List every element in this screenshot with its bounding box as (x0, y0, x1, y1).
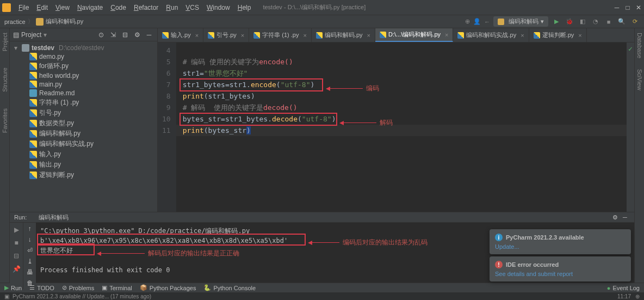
code-line[interactable] (176, 45, 627, 56)
menu-window[interactable]: Window (203, 2, 233, 14)
run-config-selector[interactable]: 编码和解码 ▾ (493, 16, 548, 27)
tree-file[interactable]: 逻辑判断.py (10, 170, 157, 180)
stop-button[interactable]: ■ (604, 17, 614, 27)
sciview-tab[interactable]: SciView (636, 69, 643, 90)
close-tab-icon[interactable]: × (521, 32, 524, 39)
print-icon[interactable]: 🖶 (27, 268, 33, 276)
gear-icon[interactable]: ⚙ (132, 30, 142, 40)
inspection-ok-icon[interactable]: ✓ (628, 45, 633, 53)
gear-icon[interactable]: ⚙ (610, 212, 620, 222)
search-icon[interactable]: 🔍 (617, 17, 627, 27)
menu-code[interactable]: Code (107, 2, 129, 14)
database-tab[interactable]: Database (636, 33, 643, 58)
menu-help[interactable]: Help (234, 2, 255, 14)
close-tab-icon[interactable]: × (445, 32, 448, 38)
menu-vcs[interactable]: VCS (182, 2, 202, 14)
debug-button[interactable]: 🐞 (565, 17, 574, 27)
project-tab[interactable]: Project (2, 33, 8, 51)
stop-button[interactable]: ■ (11, 238, 21, 248)
folder-icon: ▤ (13, 31, 19, 39)
tree-file[interactable]: 引号.py (10, 108, 157, 118)
tree-file[interactable]: 编码和解码.py (10, 128, 157, 139)
notification[interactable]: IDE error occurredSee details and submit… (490, 256, 631, 281)
tree-file[interactable]: 数据类型.py (10, 118, 157, 128)
close-button[interactable]: ✕ (635, 4, 642, 11)
code-editor[interactable]: 4567891011 # 编码 使用的关键字为encode()str1="世界您… (158, 42, 634, 212)
tree-root[interactable]: ▾ testdev D:\code\testdev (10, 44, 157, 52)
structure-tab[interactable]: Structure (2, 68, 8, 92)
editor-tab[interactable]: 引号.py× (203, 28, 249, 42)
code-line[interactable]: print(bytes_str) (176, 125, 627, 136)
run-button[interactable]: ▶ (552, 17, 561, 27)
minimize-button[interactable]: ─ (614, 4, 620, 11)
close-tab-icon[interactable]: × (578, 32, 581, 39)
line-number: 4 (162, 45, 171, 56)
editor-tab[interactable]: D:\...\编码和解码.py× (375, 28, 453, 42)
code-line[interactable]: print(str1_bytes) (176, 90, 627, 102)
close-tab-icon[interactable]: × (367, 32, 370, 39)
editor-content[interactable]: # 编码 使用的关键字为encode()str1="世界您不好"str1_byt… (176, 42, 627, 212)
hide-panel-icon[interactable]: ─ (620, 212, 630, 222)
status-indicator-icon[interactable]: ⊕ (635, 293, 640, 299)
soft-wrap-icon[interactable]: ⏎ (27, 247, 33, 254)
favorites-tab[interactable]: Favorites (2, 108, 8, 133)
run-tool-button[interactable]: ▶Run (4, 284, 22, 291)
editor-tab[interactable]: 编码和解码.py× (312, 28, 375, 42)
menu-navigate[interactable]: Navigate (74, 2, 106, 14)
tree-file[interactable]: demo.py (10, 52, 157, 61)
editor-tab[interactable]: 字符串 (1) .py× (249, 28, 312, 42)
updates-icon[interactable]: ⟳ (630, 17, 640, 27)
notification-link[interactable]: Update... (495, 243, 626, 250)
tree-file[interactable]: 编码和解码实战.py (10, 139, 157, 149)
notification-link[interactable]: See details and submit report (495, 271, 626, 277)
code-line[interactable]: str1_bytes=str1.encode("utf-8") (176, 79, 627, 90)
pin-button[interactable]: 📌 (11, 264, 21, 274)
layout-button[interactable]: ⊟ (11, 251, 21, 261)
down-stack-icon[interactable]: ↓ (28, 236, 32, 243)
tree-file[interactable]: 输出.py (10, 160, 157, 170)
menu-run[interactable]: Run (163, 2, 181, 14)
close-tab-icon[interactable]: × (195, 32, 199, 39)
scroll-end-icon[interactable]: ⤓ (27, 258, 33, 265)
select-opened-icon[interactable]: ⊙ (96, 30, 106, 40)
back-nav-icon[interactable]: ← (484, 19, 490, 25)
menu-file[interactable]: File (15, 2, 32, 14)
code-line[interactable]: bytes_str=str1_bytes.decode("utf-8") (176, 113, 627, 125)
tree-file-name: hello world.py (39, 72, 79, 79)
quick-panel-icon[interactable]: ▣ (4, 293, 9, 299)
maximize-button[interactable]: □ (624, 4, 631, 11)
profile-button[interactable]: ◔ (591, 17, 600, 27)
menu-edit[interactable]: Edit (33, 2, 51, 14)
code-line[interactable]: # 编码 使用的关键字为encode() (176, 56, 627, 68)
editor-tab[interactable]: 逻辑判断.py× (529, 28, 587, 42)
menu-refactor[interactable]: Refactor (131, 2, 162, 14)
breadcrumb-file[interactable]: 编码和解码.py (46, 17, 84, 26)
project-tree: ▾ testdev D:\code\testdev demo.pyfor循环.p… (10, 41, 157, 212)
hide-panel-icon[interactable]: ─ (144, 30, 154, 40)
tree-file[interactable]: for循环.py (10, 61, 157, 71)
expand-all-icon[interactable]: ⇲ (108, 30, 118, 40)
chevron-down-icon[interactable]: ▾ (44, 31, 47, 39)
code-line[interactable]: # 解码 使用的关键字是decode() (176, 102, 627, 113)
tree-file[interactable]: 字符串 (1) .py (10, 97, 157, 108)
rerun-button[interactable]: ▶ (11, 225, 21, 235)
add-config-icon[interactable]: ⊕ (465, 18, 470, 25)
run-coverage-button[interactable]: ◧ (578, 17, 587, 27)
up-stack-icon[interactable]: ↑ (28, 225, 32, 232)
tree-file-name: Readme.md (39, 89, 75, 97)
tree-file[interactable]: Readme.md (10, 89, 157, 97)
close-tab-icon[interactable]: × (303, 32, 306, 39)
expand-arrow-icon[interactable]: ▾ (14, 44, 20, 52)
close-tab-icon[interactable]: × (241, 32, 244, 39)
user-icon[interactable]: 👤 (473, 18, 481, 25)
notification[interactable]: PyCharm 2021.2.3 availableUpdate... (490, 229, 631, 254)
tree-file[interactable]: main.py (10, 80, 157, 89)
collapse-all-icon[interactable]: ⊟ (120, 30, 130, 40)
editor-tab[interactable]: 编码和解码实战.py× (453, 28, 529, 42)
tree-file[interactable]: hello world.py (10, 71, 157, 80)
menu-view[interactable]: View (52, 2, 73, 14)
editor-tab[interactable]: 输入.py× (158, 28, 203, 42)
tree-file[interactable]: 输入.py (10, 149, 157, 160)
code-line[interactable]: str1="世界您不好" (176, 68, 627, 79)
breadcrumb-root[interactable]: practice (4, 19, 26, 25)
